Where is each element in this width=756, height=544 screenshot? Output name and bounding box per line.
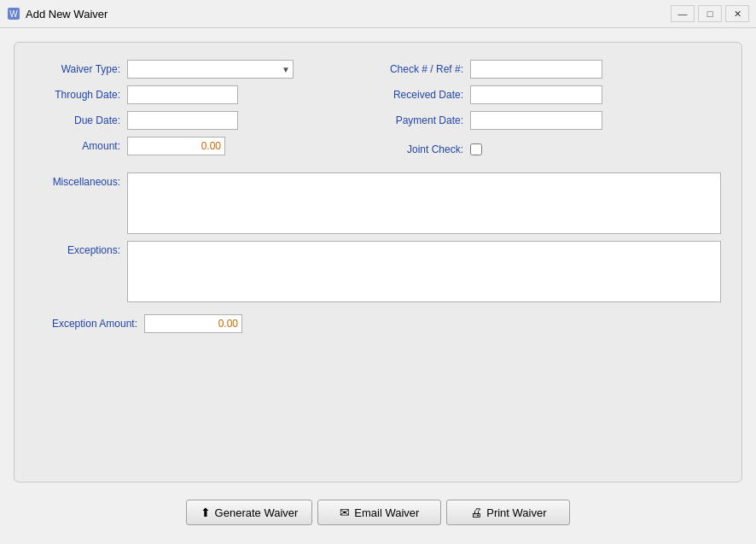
check-ref-row: Check # / Ref #: — [378, 60, 721, 79]
due-date-row: Due Date: — [35, 111, 378, 130]
close-button[interactable]: ✕ — [725, 5, 749, 22]
print-waiver-button[interactable]: 🖨 Print Waiver — [446, 500, 570, 525]
check-ref-input[interactable] — [470, 60, 602, 79]
payment-date-label: Payment Date: — [378, 114, 463, 126]
exceptions-label: Exceptions: — [35, 241, 120, 256]
through-date-input[interactable] — [127, 85, 238, 104]
window-title: Add New Waiver — [26, 8, 671, 20]
right-column: Check # / Ref #: Received Date: Payment … — [378, 60, 721, 155]
miscellaneous-label: Miscellaneous: — [35, 173, 120, 188]
form-grid: Waiver Type: ▼ Through Date: Due Date: — [35, 60, 721, 155]
amount-label: Amount: — [35, 140, 120, 152]
left-column: Waiver Type: ▼ Through Date: Due Date: — [35, 60, 378, 155]
print-icon: 🖨 — [470, 506, 482, 519]
waiver-type-select[interactable] — [127, 60, 294, 79]
exceptions-row: Exceptions: — [35, 241, 721, 302]
email-icon: ✉ — [340, 506, 350, 519]
waiver-type-dropdown-wrap: ▼ — [127, 60, 294, 79]
joint-check-row: Joint Check: — [378, 143, 721, 155]
app-icon: W — [7, 7, 20, 20]
received-date-row: Received Date: — [378, 85, 721, 104]
waiver-type-row: Waiver Type: ▼ — [35, 60, 378, 79]
bottom-buttons: ⬆ Generate Waiver ✉ Email Waiver 🖨 Print… — [14, 491, 742, 530]
due-date-input[interactable] — [127, 111, 238, 130]
email-waiver-button[interactable]: ✉ Email Waiver — [317, 500, 441, 525]
print-waiver-label: Print Waiver — [486, 506, 546, 519]
miscellaneous-textarea[interactable] — [127, 173, 721, 234]
maximize-button[interactable]: □ — [698, 5, 722, 22]
generate-waiver-label: Generate Waiver — [215, 506, 299, 519]
joint-check-checkbox[interactable] — [470, 143, 482, 155]
amount-row: Amount: — [35, 137, 378, 155]
joint-check-label: Joint Check: — [378, 143, 463, 155]
email-waiver-label: Email Waiver — [354, 506, 419, 519]
waiver-type-label: Waiver Type: — [35, 63, 120, 75]
exceptions-textarea[interactable] — [127, 241, 721, 302]
amount-input[interactable] — [127, 137, 225, 155]
generate-icon: ⬆ — [201, 506, 211, 519]
exception-amount-input[interactable] — [144, 314, 242, 333]
window-controls: — □ ✕ — [671, 5, 749, 22]
form-panel: Waiver Type: ▼ Through Date: Due Date: — [14, 42, 742, 483]
due-date-label: Due Date: — [35, 114, 120, 126]
generate-waiver-button[interactable]: ⬆ Generate Waiver — [186, 500, 313, 525]
payment-date-input[interactable] — [470, 111, 602, 130]
minimize-button[interactable]: — — [671, 5, 695, 22]
exception-amount-label: Exception Amount: — [35, 318, 137, 330]
svg-text:W: W — [9, 9, 18, 19]
textarea-section: Miscellaneous: Exceptions: Exception Amo… — [35, 173, 721, 333]
title-bar: W Add New Waiver — □ ✕ — [0, 0, 756, 28]
exception-amount-row: Exception Amount: — [35, 314, 721, 333]
check-ref-label: Check # / Ref #: — [378, 63, 463, 75]
payment-date-row: Payment Date: — [378, 111, 721, 130]
main-content: Waiver Type: ▼ Through Date: Due Date: — [0, 28, 756, 544]
received-date-input[interactable] — [470, 85, 602, 104]
miscellaneous-row: Miscellaneous: — [35, 173, 721, 234]
through-date-row: Through Date: — [35, 85, 378, 104]
received-date-label: Received Date: — [378, 89, 463, 101]
through-date-label: Through Date: — [35, 89, 120, 101]
